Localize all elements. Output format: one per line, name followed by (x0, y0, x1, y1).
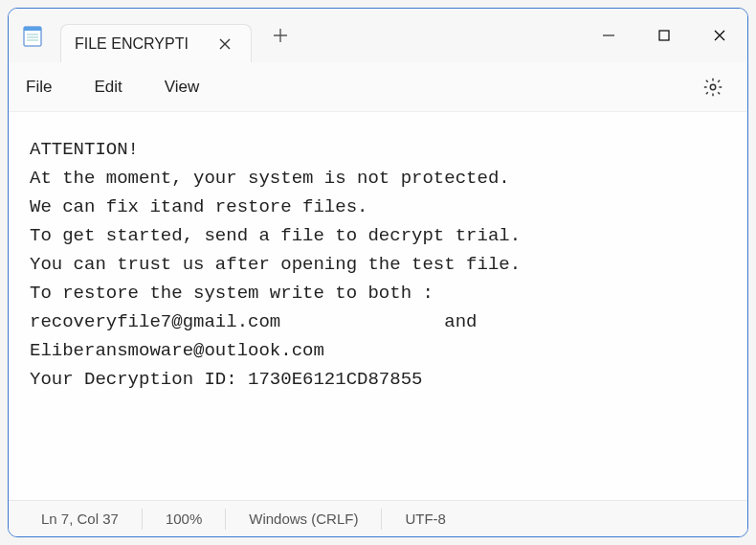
notepad-icon (22, 24, 43, 47)
maximize-button[interactable] (636, 12, 692, 58)
close-button[interactable] (692, 12, 747, 58)
menubar: File Edit View (9, 62, 747, 112)
new-tab-button[interactable] (259, 14, 301, 57)
svg-point-7 (710, 84, 716, 90)
settings-button[interactable] (696, 70, 730, 104)
status-encoding: UTF-8 (382, 511, 469, 527)
status-position: Ln 7, Col 37 (18, 511, 142, 527)
titlebar: FILE ENCRYPTI (9, 9, 747, 62)
svg-rect-6 (659, 31, 669, 40)
status-zoom[interactable]: 100% (143, 511, 225, 527)
statusbar: Ln 7, Col 37 100% Windows (CRLF) UTF-8 (9, 500, 747, 536)
svg-rect-1 (24, 27, 41, 31)
document-tab[interactable]: FILE ENCRYPTI (60, 24, 252, 62)
menu-view[interactable]: View (165, 78, 200, 97)
tab-title: FILE ENCRYPTI (75, 35, 212, 53)
status-line-ending: Windows (CRLF) (226, 511, 381, 527)
minimize-button[interactable] (581, 12, 636, 58)
menu-edit[interactable]: Edit (94, 78, 122, 97)
menu-file[interactable]: File (26, 78, 52, 97)
notepad-window: FILE ENCRYPTI File Edit View (8, 8, 748, 537)
window-controls (581, 12, 747, 58)
text-area[interactable]: ATTENTION! At the moment, your system is… (9, 112, 747, 500)
close-tab-icon[interactable] (212, 32, 237, 57)
